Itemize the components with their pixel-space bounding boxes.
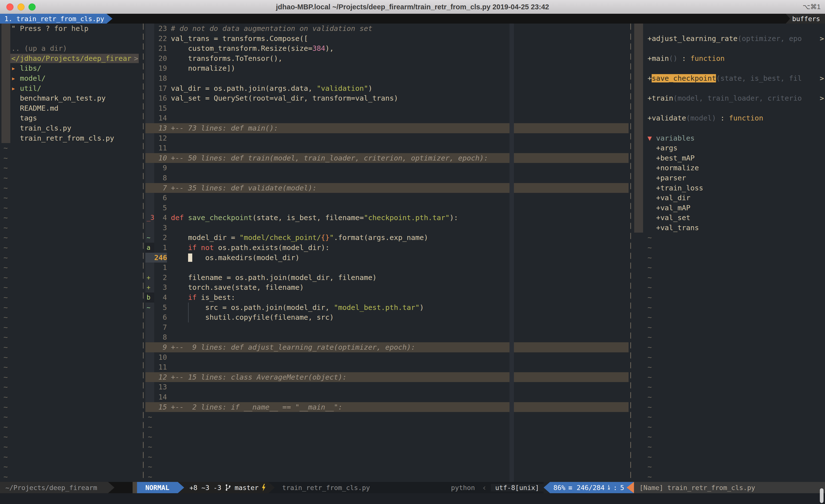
close-button-icon[interactable] — [6, 3, 13, 11]
fold-line[interactable]: 13+-- 73 lines: def main(): — [145, 123, 628, 133]
empty-line[interactable]: ~ — [0, 322, 141, 332]
empty-line[interactable]: ~ — [0, 263, 141, 273]
buffers-label[interactable]: buffers — [790, 14, 825, 23]
empty-line[interactable]: ~ — [145, 412, 628, 422]
fold-line[interactable]: 10+-- 50 lines: def train(model, train_l… — [145, 153, 628, 163]
tagbar-panel[interactable]: +adjust_learning_rate(optimizer, epo>+ma… — [633, 23, 825, 482]
code-line[interactable]: 21 custom_transform.Resize(size=384), — [145, 44, 628, 54]
code-editor[interactable]: 23# do not do data augmentation on valid… — [145, 23, 628, 482]
empty-line[interactable]: ~ — [0, 452, 141, 462]
tagbar-item[interactable]: +best_mAP — [633, 153, 825, 163]
empty-line[interactable]: ~ — [633, 303, 825, 313]
empty-line[interactable]: ~ — [0, 213, 141, 223]
nerdtree-item[interactable]: </jdhao/Projects/deep_firear> — [0, 54, 141, 64]
empty-line[interactable]: ~ — [633, 332, 825, 342]
code-line[interactable]: 6 shutil.copyfile(filename, src) — [145, 312, 628, 322]
scrollbar-thumb[interactable] — [820, 488, 824, 503]
empty-line[interactable]: ~ — [145, 432, 628, 442]
minimize-button-icon[interactable] — [17, 3, 24, 11]
code-line[interactable]: 10 — [145, 352, 628, 362]
empty-line[interactable]: ~ — [0, 273, 141, 283]
code-line[interactable]: 5 — [145, 203, 628, 213]
empty-line[interactable]: ~ — [633, 282, 825, 292]
zoom-button-icon[interactable] — [28, 3, 35, 11]
nerdtree-panel[interactable]: " Press ? for help.. (up a dir)</jdhao/P… — [0, 23, 141, 482]
empty-line[interactable]: ~ — [0, 282, 141, 292]
tagbar-item[interactable]: +main() : function — [633, 54, 825, 64]
nerdtree-item[interactable]: tags — [0, 113, 141, 123]
fold-line[interactable]: 9+-- 9 lines: def adjust_learning_rate(o… — [145, 342, 628, 352]
code-line[interactable]: _34def save_checkpoint(state, is_best, f… — [145, 213, 628, 223]
empty-line[interactable]: ~ — [145, 472, 628, 482]
empty-line[interactable]: ~ — [633, 362, 825, 372]
tagbar-item[interactable] — [633, 23, 825, 33]
empty-line[interactable]: ~ — [633, 392, 825, 402]
empty-line[interactable]: ~ — [633, 352, 825, 362]
tagbar-item[interactable]: +parser — [633, 173, 825, 183]
empty-line[interactable]: ~ — [0, 183, 141, 193]
empty-line[interactable]: ~ — [633, 273, 825, 283]
code-line[interactable]: 11 — [145, 362, 628, 372]
tagbar-item[interactable] — [633, 103, 825, 113]
empty-line[interactable]: ~ — [633, 462, 825, 472]
code-line[interactable]: 11 — [145, 143, 628, 153]
tagbar-item[interactable]: +validate(model) : function — [633, 113, 825, 123]
tagbar-item[interactable]: +normalize — [633, 163, 825, 173]
empty-line[interactable]: ~ — [0, 193, 141, 203]
empty-line[interactable]: ~ — [0, 173, 141, 183]
code-line[interactable]: 246 os.makedirs(model_dir) — [145, 253, 628, 263]
empty-line[interactable]: ~ — [0, 203, 141, 213]
code-line[interactable]: 14 — [145, 392, 628, 402]
empty-line[interactable]: ~ — [145, 442, 628, 452]
code-line[interactable]: ~2 model_dir = "model/check_point/{}".fo… — [145, 233, 628, 243]
empty-line[interactable]: ~ — [633, 372, 825, 382]
empty-line[interactable]: ~ — [0, 382, 141, 392]
fold-line[interactable]: 15+-- 2 lines: if __name__ == "__main__"… — [145, 402, 628, 412]
empty-line[interactable]: ~ — [633, 253, 825, 263]
empty-line[interactable]: ~ — [633, 243, 825, 253]
fold-line[interactable]: 12+-- 15 lines: class AverageMeter(objec… — [145, 372, 628, 382]
nerdtree-item[interactable]: " Press ? for help — [0, 23, 141, 33]
code-line[interactable]: 3 — [145, 223, 628, 233]
fold-line[interactable]: 7+-- 35 lines: def validate(model): — [145, 183, 628, 193]
code-line[interactable]: 17val_dir = os.path.join(args.data, "val… — [145, 83, 628, 93]
code-line[interactable]: 18 — [145, 73, 628, 83]
empty-line[interactable]: ~ — [0, 303, 141, 313]
empty-line[interactable]: ~ — [633, 263, 825, 273]
window-separator-left[interactable] — [141, 23, 145, 482]
code-line[interactable]: a1 if not os.path.exists(model_dir): — [145, 243, 628, 253]
code-line[interactable]: 13 — [145, 382, 628, 392]
empty-line[interactable]: ~ — [0, 392, 141, 402]
nerdtree-item[interactable]: .. (up a dir) — [0, 44, 141, 54]
empty-line[interactable]: ~ — [0, 233, 141, 243]
tagbar-item[interactable] — [633, 83, 825, 93]
empty-line[interactable]: ~ — [633, 412, 825, 422]
code-line[interactable]: 9 — [145, 163, 628, 173]
empty-line[interactable]: ~ — [633, 472, 825, 482]
tagbar-item[interactable]: +args — [633, 143, 825, 153]
empty-line[interactable]: ~ — [0, 402, 141, 412]
tagbar-item[interactable] — [633, 63, 825, 73]
tagbar-item[interactable]: +save_checkpoint(state, is_best, fil> — [633, 73, 825, 83]
empty-line[interactable]: ~ — [0, 332, 141, 342]
nerdtree-item[interactable]: ▸ libs/ — [0, 63, 141, 73]
empty-line[interactable]: ~ — [0, 422, 141, 432]
empty-line[interactable]: ~ — [633, 432, 825, 442]
nerdtree-item[interactable]: ▸ model/ — [0, 73, 141, 83]
empty-line[interactable]: ~ — [633, 422, 825, 432]
code-line[interactable]: 8 — [145, 332, 628, 342]
empty-line[interactable]: ~ — [0, 223, 141, 233]
empty-line[interactable]: ~ — [0, 472, 141, 482]
empty-line[interactable]: ~ — [633, 402, 825, 412]
macos-titlebar[interactable]: jdhao-MBP.local ~/Projects/deep_firearm/… — [0, 0, 825, 14]
tagbar-item[interactable] — [633, 44, 825, 54]
empty-line[interactable]: ~ — [0, 462, 141, 472]
tagbar-item[interactable]: +val_trans — [633, 223, 825, 233]
code-line[interactable]: +2 filename = os.path.join(model_dir, fi… — [145, 273, 628, 283]
nerdtree-item[interactable] — [0, 33, 141, 44]
nerdtree-item[interactable]: ▸ util/ — [0, 83, 141, 93]
empty-line[interactable]: ~ — [0, 143, 141, 153]
tagbar-item[interactable]: +train_loss — [633, 183, 825, 193]
code-line[interactable]: 1 — [145, 263, 628, 273]
empty-line[interactable]: ~ — [0, 253, 141, 263]
